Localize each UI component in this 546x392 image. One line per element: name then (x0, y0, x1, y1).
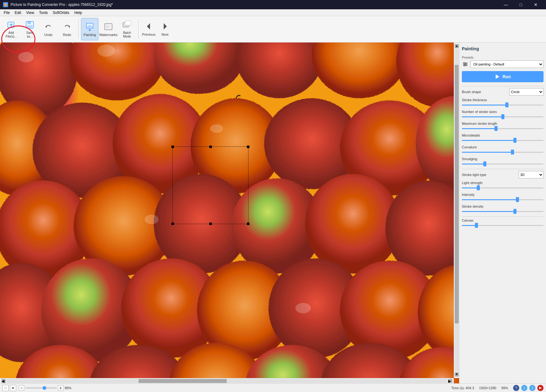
intensity-thumb[interactable] (516, 197, 519, 202)
zoom-minus-button[interactable]: − (19, 385, 24, 391)
zoom-plus-button[interactable]: + (58, 385, 63, 391)
redo-button[interactable]: Redo (58, 18, 76, 40)
curvature-slider[interactable] (462, 150, 544, 155)
stroke-light-type-select[interactable]: 3D (519, 171, 544, 178)
menu-view[interactable]: View (24, 10, 37, 16)
youtube-icon[interactable]: ▶ (537, 385, 544, 391)
svg-point-53 (145, 215, 159, 224)
info-icon[interactable]: i (521, 385, 527, 391)
stroke-thickness-slider[interactable] (462, 102, 544, 107)
light-strength-row: Light strength (462, 181, 544, 190)
num-stroke-sizes-thumb[interactable] (501, 114, 504, 119)
main-content: ◀ ▶ ▲ ▼ Painting Presets (0, 43, 546, 383)
stroke-thickness-track (462, 105, 544, 106)
svg-point-19 (69, 43, 165, 100)
canvas-area[interactable]: ◀ ▶ ▲ ▼ (0, 43, 459, 383)
presets-select[interactable]: Oil painting - Default (471, 61, 544, 68)
view-single-btn[interactable]: □ (2, 385, 9, 391)
scroll-left-btn[interactable]: ◀ (2, 379, 6, 383)
add-files-button[interactable]: AddFile(s)... (2, 18, 20, 40)
num-stroke-sizes-slider[interactable] (462, 114, 544, 119)
zoom-value: 99% (65, 386, 71, 390)
canvas-label: Canvas (462, 219, 544, 222)
next-button[interactable]: Next (157, 18, 173, 40)
save-as-label: Saveas... (26, 31, 34, 38)
status-bar: □ ⊞ − + 99% Time (s): 404.3 1920×1280 99… (0, 383, 546, 392)
scroll-right-btn[interactable]: ▶ (448, 379, 452, 383)
minimize-button[interactable]: — (499, 0, 513, 9)
batch-mode-button[interactable]: BatchMode (118, 18, 136, 40)
svg-point-21 (236, 43, 323, 98)
microdetails-thumb[interactable] (513, 138, 516, 143)
v-scrollbar[interactable]: ▲ ▼ (454, 43, 459, 378)
svg-rect-5 (27, 25, 33, 28)
run-button[interactable]: Run (462, 71, 544, 82)
scroll-up-btn[interactable]: ▲ (455, 44, 459, 48)
max-stroke-length-slider[interactable] (462, 126, 544, 131)
watermarks-label: Watermarks (99, 33, 118, 37)
redo-icon (62, 22, 72, 32)
run-icon (494, 74, 500, 79)
canvas-slider[interactable] (462, 223, 544, 228)
presets-label: Presets (462, 56, 544, 59)
undo-button[interactable]: Undo (40, 18, 57, 40)
scroll-down-btn[interactable]: ▼ (455, 372, 459, 376)
light-strength-slider[interactable] (462, 185, 544, 190)
smudging-thumb[interactable] (483, 161, 486, 166)
save-as-button[interactable]: Saveas... (21, 18, 39, 40)
close-button[interactable]: ✕ (529, 0, 543, 9)
social-icons: ? i t ▶ (513, 385, 544, 391)
curvature-thumb[interactable] (511, 150, 514, 155)
presets-icon[interactable] (462, 61, 469, 68)
smudging-row: Smudging (462, 157, 544, 166)
zoom-display: 99% (501, 386, 508, 390)
stroke-light-type-row: Stroke light type 3D (462, 171, 544, 178)
light-strength-thumb[interactable] (477, 185, 480, 190)
stroke-density-slider[interactable] (462, 209, 544, 214)
svg-point-51 (98, 45, 115, 57)
previous-button[interactable]: Previous (141, 18, 157, 40)
brush-shape-select[interactable]: Circle (509, 88, 544, 96)
zoom-thumb[interactable] (43, 386, 46, 390)
view-split-btn[interactable]: ⊞ (10, 385, 16, 391)
canvas-thumb[interactable] (475, 223, 478, 228)
svg-point-9 (89, 29, 91, 31)
smudging-slider[interactable] (462, 161, 544, 166)
zoom-controls: − + 99% (19, 385, 71, 391)
microdetails-track (462, 140, 544, 141)
menu-edit[interactable]: Edit (12, 10, 24, 16)
batch-mode-icon (122, 20, 132, 30)
help-icon[interactable]: ? (513, 385, 519, 391)
zoom-slider[interactable] (25, 387, 57, 389)
twitter-icon[interactable]: t (529, 385, 535, 391)
menu-softorbits[interactable]: SoftOrbits (50, 10, 72, 16)
menu-file[interactable]: File (1, 10, 12, 16)
svg-marker-6 (45, 25, 47, 28)
watermarks-icon: © (103, 22, 113, 32)
h-scroll-thumb[interactable] (139, 379, 227, 383)
h-scroll-track[interactable] (6, 379, 448, 383)
undo-label: Undo (44, 33, 52, 37)
stroke-thickness-thumb[interactable] (505, 102, 508, 107)
painting-button[interactable]: Painting (81, 18, 98, 40)
v-scroll-track[interactable] (455, 49, 459, 372)
h-scrollbar[interactable]: ◀ ▶ (0, 378, 454, 383)
svg-point-58 (464, 62, 465, 64)
max-stroke-length-thumb[interactable] (494, 126, 498, 131)
menu-bar: File Edit View Tools SoftOrbits Help (0, 9, 546, 16)
stroke-density-thumb[interactable] (513, 209, 516, 214)
maximize-button[interactable]: □ (514, 0, 528, 9)
previous-label: Previous (142, 33, 156, 36)
presets-section: Presets Oil painting - Default (462, 56, 544, 68)
v-scroll-thumb[interactable] (455, 65, 459, 323)
intensity-slider[interactable] (462, 197, 544, 202)
menu-help[interactable]: Help (72, 10, 84, 16)
microdetails-slider[interactable] (462, 138, 544, 143)
canvas-image (0, 43, 459, 383)
svg-rect-4 (28, 21, 31, 24)
watermarks-button[interactable]: © Watermarks (100, 18, 117, 40)
status-left: □ ⊞ − + 99% (2, 385, 71, 391)
menu-tools[interactable]: Tools (37, 10, 50, 16)
num-stroke-sizes-label: Number of stroke sizes (462, 110, 544, 114)
add-files-label: AddFile(s)... (6, 31, 17, 38)
